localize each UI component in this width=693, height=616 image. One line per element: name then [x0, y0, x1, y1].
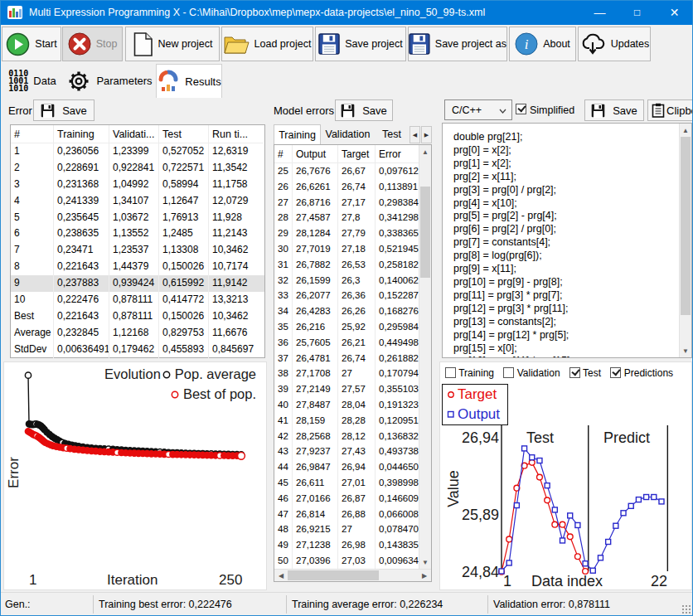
clipboard-button[interactable]: Clipboard: [647, 99, 693, 121]
model-errors-label: Model errors: [274, 104, 334, 117]
code-save-button[interactable]: Save: [584, 99, 644, 121]
table-row[interactable]: 30,2313681,049920,5899411,1758: [11, 177, 264, 193]
table-row[interactable]: 4927,123826,980,143835: [274, 537, 431, 553]
value-xstart: 1: [503, 573, 511, 590]
table-row[interactable]: 3426,428326,260,168276: [274, 303, 431, 319]
value-ylabel: Value: [445, 470, 463, 507]
table-row[interactable]: 90,2378830,9394240,61599211,9142: [11, 275, 264, 292]
scroll-up-icon[interactable]: ▲: [419, 147, 431, 157]
value-xend: 22: [651, 573, 667, 590]
tabs-scroll-right-button[interactable]: ▶: [421, 126, 432, 143]
load-project-label: Load project: [254, 38, 312, 50]
code-save-label: Save: [613, 104, 637, 117]
table-row[interactable]: 3726,478126,740,261882: [274, 351, 431, 366]
scroll-right-icon[interactable]: ▶: [419, 570, 429, 581]
table-row[interactable]: 4027,848728,040,191323: [274, 397, 431, 413]
table-row[interactable]: 10,2360561,233990,52705212,6319: [11, 143, 264, 160]
language-select[interactable]: C/C++: [444, 99, 512, 120]
about-icon: i: [515, 32, 538, 56]
table-row[interactable]: 4426,984726,940,044650: [274, 459, 431, 475]
table-row[interactable]: 4327,923727,430,493738: [274, 444, 431, 459]
table-row[interactable]: 2726,871627,170,298384: [274, 195, 431, 211]
tab-parameters[interactable]: Parameters: [65, 64, 154, 98]
close-button[interactable]: ✕: [656, 0, 693, 25]
table-row[interactable]: 5027,039627,030,009634: [274, 553, 431, 569]
table-row[interactable]: 80,2216431,443790,15002610,7174: [11, 259, 264, 275]
section-predict-label: Predict: [603, 429, 650, 447]
tab-test[interactable]: Test: [375, 124, 409, 144]
table-row[interactable]: StdDev0,006364910,1794620,4558930,845697: [11, 342, 264, 358]
tab-validation[interactable]: Validation: [321, 124, 375, 144]
table-row[interactable]: 4128,15928,280,120951: [274, 413, 431, 429]
table-row[interactable]: 70,234711,235371,1330810,3462: [11, 242, 264, 259]
table-row[interactable]: 60,2386351,135521,248511,2143: [11, 226, 264, 242]
table-row[interactable]: 3027,701927,180,521945: [274, 241, 431, 257]
scroll-up-icon[interactable]: ▲: [680, 125, 691, 135]
table-row[interactable]: 2928,128427,790,338365: [274, 226, 431, 241]
table-header-row: #OutputTargetError: [274, 145, 431, 163]
load-project-button[interactable]: Load project: [221, 27, 313, 61]
minimize-button[interactable]: —: [581, 0, 618, 25]
table-row[interactable]: Best0,2216430,8781110,15002610,3462: [11, 308, 264, 325]
table-row[interactable]: 2626,626126,740,113891: [274, 179, 431, 195]
table-row[interactable]: 40,2413391,341071,1264712,0729: [11, 193, 264, 210]
updates-label: Updates: [611, 38, 650, 50]
save-icon: [41, 104, 55, 118]
table-row[interactable]: 4627,016626,870,146609: [274, 491, 431, 507]
section-test-label: Test: [526, 429, 554, 447]
table-row[interactable]: 3326,207726,360,152287: [274, 288, 431, 303]
table-row[interactable]: 2827,458727,80,341298: [274, 210, 431, 226]
table-row[interactable]: 3226,159926,30,140062: [274, 273, 431, 289]
table-row[interactable]: 4526,61127,010,398998: [274, 475, 431, 491]
simplified-checkbox[interactable]: [516, 103, 526, 115]
model-table-hscrollbar[interactable]: ◀ ▶: [274, 569, 431, 581]
table-row[interactable]: 3126,788226,530,258182: [274, 257, 431, 273]
save-project-as-icon: [409, 33, 430, 55]
save-project-button[interactable]: Save project: [315, 27, 406, 61]
scroll-down-icon[interactable]: ▼: [419, 557, 431, 567]
error-save-button[interactable]: Save: [33, 99, 94, 121]
model-errors-save-button[interactable]: Save: [335, 99, 393, 121]
save-project-icon: [318, 33, 340, 55]
table-row[interactable]: 3827,1708270,170794: [274, 366, 431, 381]
pop-average-marker-icon: [162, 369, 172, 379]
model-errors-table: #OutputTargetError2526,767626,670,097612…: [274, 144, 432, 582]
tab-results[interactable]: Results: [156, 64, 222, 98]
table-row[interactable]: 2526,767626,670,097612: [274, 163, 431, 179]
model-table-vscrollbar[interactable]: ▲ ▼: [419, 145, 431, 569]
language-value: C/C++: [452, 104, 482, 116]
tabs-scroll-left-button[interactable]: ◀: [410, 126, 420, 143]
ytick-bottom: 24,84: [462, 564, 499, 581]
table-row[interactable]: 4228,256828,120,136832: [274, 429, 431, 444]
table-row[interactable]: 100,2224760,8781110,41477213,3213: [11, 292, 264, 308]
start-button[interactable]: Start: [2, 27, 61, 61]
code-panel[interactable]: double prg[21]; prg[0] = x[2]; prg[1] = …: [442, 123, 692, 358]
status-training-average: Training average error: 0,226234: [292, 599, 443, 610]
tab-training[interactable]: Training: [274, 124, 321, 144]
about-button[interactable]: i About: [509, 27, 576, 61]
tab-parameters-label: Parameters: [96, 75, 152, 87]
table-row[interactable]: 4826,9215270,078470: [274, 521, 431, 537]
new-project-button[interactable]: New project: [125, 27, 220, 61]
table-row[interactable]: 3927,214927,570,355103: [274, 381, 431, 397]
evolution-xstart: 1: [29, 572, 36, 589]
stop-button[interactable]: Stop: [62, 27, 123, 61]
code-vscrollbar[interactable]: ▲ ▼: [679, 124, 691, 357]
table-row[interactable]: 20,2286910,9228410,72257111,3542: [11, 160, 264, 177]
parameters-icon: [66, 69, 91, 94]
save-project-as-button[interactable]: Save project as: [408, 27, 507, 61]
tab-results-label: Results: [185, 75, 220, 88]
table-row[interactable]: Average0,2328451,121680,82975311,6676: [11, 325, 264, 342]
target-marker-icon: [447, 390, 458, 399]
resize-grip[interactable]: [681, 604, 691, 614]
maximize-button[interactable]: □: [618, 0, 656, 25]
tab-data[interactable]: 011010011010 Data: [2, 64, 63, 98]
table-row[interactable]: 50,2356451,036721,7691311,928: [11, 210, 264, 226]
scroll-down-icon[interactable]: ▼: [680, 346, 691, 356]
svg-text:i: i: [525, 36, 529, 52]
table-row[interactable]: 4726,81426,880,066008: [274, 507, 431, 522]
table-row[interactable]: 3526,21625,920,295984: [274, 319, 431, 335]
table-row[interactable]: 3625,760526,210,449498: [274, 335, 431, 351]
updates-button[interactable]: Updates: [578, 27, 651, 61]
scroll-left-icon[interactable]: ◀: [276, 570, 286, 581]
